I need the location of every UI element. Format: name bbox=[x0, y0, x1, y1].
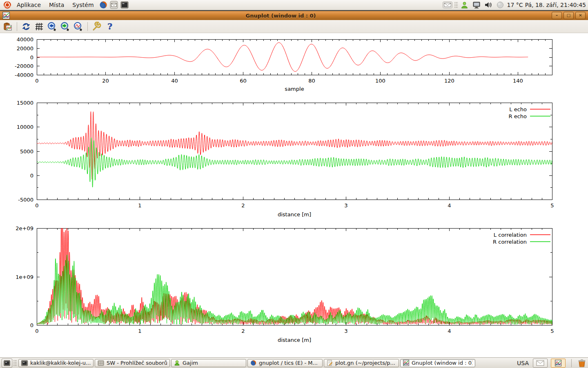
series-L correlation bbox=[37, 228, 552, 325]
svg-text:-40000: -40000 bbox=[15, 72, 33, 78]
svg-text:1e+09: 1e+09 bbox=[16, 274, 33, 280]
svg-text:R correlation: R correlation bbox=[493, 239, 527, 245]
window-title: Gnuplot (window id : 0) bbox=[10, 13, 552, 19]
menu-system[interactable]: Systém bbox=[69, 0, 97, 9]
grid-icon bbox=[35, 22, 44, 31]
menu-applications[interactable]: Aplikace bbox=[13, 0, 45, 9]
grid-button[interactable] bbox=[33, 21, 45, 32]
next-zoom-icon bbox=[60, 21, 71, 32]
volume-icon[interactable] bbox=[483, 0, 493, 10]
svg-text:2: 2 bbox=[241, 328, 245, 334]
copy-plot-button[interactable] bbox=[2, 21, 13, 32]
svg-text:1: 1 bbox=[138, 202, 141, 209]
svg-text:120: 120 bbox=[444, 78, 454, 84]
text-editor-icon bbox=[327, 360, 333, 366]
svg-text:0: 0 bbox=[35, 78, 38, 84]
user-switcher-icon[interactable] bbox=[460, 0, 470, 10]
autoscale-button[interactable] bbox=[73, 21, 84, 32]
autoscale-icon bbox=[73, 21, 84, 32]
task-button-gajim[interactable]: Gajim bbox=[171, 359, 246, 367]
task-button-firefox[interactable]: gnuplot / tics (E) - M... bbox=[247, 359, 323, 367]
toolbar-separator bbox=[87, 22, 88, 31]
svg-text:40000: 40000 bbox=[17, 36, 33, 43]
svg-text:-5000: -5000 bbox=[18, 197, 33, 203]
task-label: Gajim bbox=[183, 360, 198, 366]
help-button[interactable]: ? bbox=[104, 21, 116, 32]
task-label: Gnuplot (window id : 0) bbox=[412, 360, 472, 366]
help-icon: ? bbox=[105, 22, 114, 31]
svg-text:5000: 5000 bbox=[20, 148, 33, 155]
svg-text:distance [m]: distance [m] bbox=[278, 211, 311, 218]
terminal-applet-icon bbox=[4, 360, 10, 366]
gnuplot-charts[interactable]: 020406080100120140-40000-200000200004000… bbox=[0, 33, 588, 357]
menu-places[interactable]: Místa bbox=[45, 0, 68, 9]
task-button-file-manager[interactable]: SW - Prohlížeč souborů bbox=[95, 359, 170, 367]
previous-zoom-button[interactable] bbox=[47, 21, 58, 32]
window-titlebar[interactable]: Gnuplot (window id : 0) – □ ✕ bbox=[0, 11, 588, 20]
gnuplot-toolbar: ? bbox=[0, 20, 588, 33]
tray-gnuplot-button[interactable] bbox=[551, 359, 566, 368]
svg-text:distance [m]: distance [m] bbox=[278, 337, 311, 343]
window-selector-button[interactable] bbox=[2, 359, 12, 368]
svg-text:100: 100 bbox=[375, 78, 385, 84]
temperature-label[interactable]: 17 °C bbox=[507, 2, 523, 8]
firefox-icon bbox=[250, 360, 256, 366]
chart-0: 020406080100120140-40000-200000200004000… bbox=[15, 36, 552, 92]
clock-label[interactable]: Pá, 18. září, 21:40:45 bbox=[525, 2, 586, 8]
trash-button[interactable] bbox=[577, 359, 586, 368]
svg-text:3: 3 bbox=[344, 202, 347, 209]
next-zoom-button[interactable] bbox=[60, 21, 71, 32]
svg-text:R echo: R echo bbox=[508, 113, 527, 119]
task-button-gnuplot[interactable]: Gnuplot (window id : 0) bbox=[400, 359, 475, 367]
svg-text:2: 2 bbox=[241, 202, 245, 209]
firefox-launcher-icon[interactable] bbox=[98, 0, 108, 10]
svg-text:?: ? bbox=[107, 22, 112, 31]
svg-text:5: 5 bbox=[550, 328, 554, 334]
gnuplot-icon bbox=[403, 360, 409, 366]
desktop: Aplikace Místa Systém bbox=[0, 0, 588, 368]
ubuntu-menu-icon[interactable] bbox=[2, 0, 12, 10]
series-R echo bbox=[37, 138, 552, 187]
mail-icon bbox=[536, 360, 544, 366]
close-button[interactable]: ✕ bbox=[575, 12, 586, 19]
configure-button[interactable] bbox=[91, 21, 102, 32]
display-icon[interactable] bbox=[472, 0, 481, 10]
maximize-button[interactable]: □ bbox=[564, 12, 574, 19]
mail-launcher-icon[interactable] bbox=[109, 0, 119, 10]
svg-text:L correlation: L correlation bbox=[494, 232, 527, 238]
applet-handle[interactable] bbox=[13, 359, 17, 367]
weather-icon[interactable] bbox=[495, 0, 505, 10]
keyboard-layout-indicator[interactable]: USA bbox=[517, 360, 529, 366]
replot-button[interactable] bbox=[20, 21, 32, 32]
series-chirp signal bbox=[37, 43, 528, 72]
task-label: gnuplot / tics (E) - M... bbox=[259, 360, 318, 366]
task-label: SW - Prohlížeč souborů bbox=[107, 360, 167, 366]
chart-2: 01234501e+092e+09distance [m]L correlati… bbox=[16, 225, 554, 343]
tray-mail-button[interactable] bbox=[533, 359, 548, 368]
copy-plot-icon bbox=[3, 22, 13, 31]
gnuplot-icon bbox=[555, 360, 561, 366]
svg-text:L echo: L echo bbox=[509, 106, 527, 112]
svg-text:2e+09: 2e+09 bbox=[16, 225, 33, 231]
terminal-icon bbox=[21, 360, 28, 366]
svg-text:40: 40 bbox=[171, 78, 178, 84]
task-button-text-editor[interactable]: plot.gn (~/projects/p... bbox=[324, 359, 399, 367]
svg-text:4: 4 bbox=[448, 328, 451, 334]
minimize-button[interactable]: – bbox=[552, 12, 562, 19]
plot-canvas: 020406080100120140-40000-200000200004000… bbox=[0, 33, 588, 357]
svg-text:80: 80 bbox=[308, 78, 315, 84]
svg-text:-20000: -20000 bbox=[15, 63, 33, 69]
applet-handle[interactable] bbox=[454, 1, 458, 9]
trash-icon bbox=[577, 359, 586, 368]
replot-icon bbox=[21, 22, 31, 31]
previous-zoom-icon bbox=[47, 21, 58, 32]
mail-notification-icon[interactable] bbox=[443, 0, 452, 10]
svg-text:1: 1 bbox=[138, 328, 141, 334]
svg-text:15000: 15000 bbox=[17, 100, 33, 106]
svg-text:60: 60 bbox=[240, 78, 247, 84]
svg-text:20: 20 bbox=[102, 78, 109, 84]
svg-text:0: 0 bbox=[30, 322, 33, 328]
svg-text:10000: 10000 bbox=[17, 124, 33, 130]
task-button-terminal[interactable]: kaklik@kaklik-kolej-u... bbox=[18, 359, 94, 367]
terminal-launcher-icon[interactable] bbox=[120, 0, 129, 10]
